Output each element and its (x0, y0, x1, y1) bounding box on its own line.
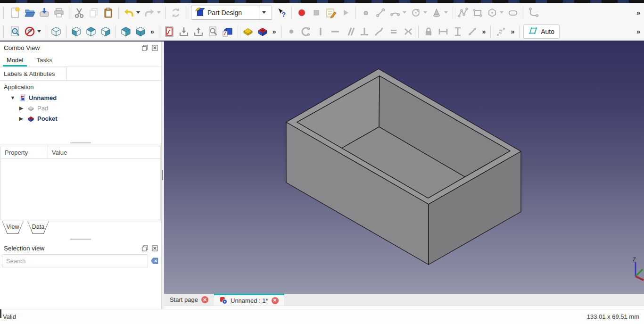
pocket-button[interactable] (256, 25, 270, 39)
rendering-order-auto-button[interactable]: Auto (523, 25, 560, 39)
tree-item-pad[interactable]: ▶ Pad (3, 103, 161, 113)
redo-dropdown[interactable] (157, 11, 161, 14)
constraint-parallel-button[interactable] (343, 25, 357, 39)
undo-button[interactable] (122, 6, 136, 20)
toolbar-handle[interactable] (3, 25, 6, 38)
view-front-button[interactable] (69, 25, 83, 39)
toolbar-overflow-button[interactable]: » (148, 28, 156, 35)
selection-view-list[interactable] (0, 268, 161, 309)
copy-button[interactable] (87, 6, 101, 20)
sketch-polyline-button[interactable] (456, 6, 470, 20)
toolbar-overflow-button[interactable]: » (634, 28, 642, 35)
constraint-symmetric-button[interactable] (401, 25, 415, 39)
sketch-circle-button[interactable] (409, 6, 423, 20)
bspline-tools-button[interactable] (494, 25, 508, 39)
sketch-conic-dropdown[interactable] (444, 11, 448, 14)
close-panel-button[interactable] (151, 44, 158, 51)
sketch-polygon-button[interactable] (485, 6, 499, 20)
workbench-dropdown[interactable] (259, 6, 271, 19)
create-sketch-button[interactable] (162, 25, 176, 39)
tab-view[interactable]: View (2, 221, 24, 234)
open-document-button[interactable] (23, 6, 37, 20)
validate-sketch-button[interactable] (221, 25, 235, 39)
pad-button[interactable] (241, 25, 255, 39)
reorient-sketch-button[interactable] (191, 25, 206, 39)
constraint-coincident-button[interactable] (284, 25, 298, 39)
draw-style-dropdown[interactable] (37, 30, 41, 33)
toolbar-overflow-button[interactable]: » (480, 28, 488, 35)
view-bottom-button[interactable] (133, 25, 148, 39)
sketch-rectangle-button[interactable] (471, 6, 485, 20)
print-button[interactable] (52, 6, 66, 20)
constraint-equal-button[interactable] (387, 25, 401, 39)
draw-style-button[interactable] (23, 25, 37, 39)
tab-close-icon[interactable]: ✕ (201, 296, 208, 303)
constraint-horizontal-button[interactable] (328, 25, 342, 39)
column-value[interactable]: Value (48, 146, 160, 158)
constraint-lock-button[interactable] (421, 25, 436, 39)
view-top-button[interactable] (84, 25, 98, 39)
float-panel-button[interactable] (141, 244, 149, 252)
search-input[interactable] (2, 254, 148, 267)
toolbar-overflow-button[interactable]: » (508, 28, 516, 35)
labels-attributes-label[interactable]: Labels & Attributes (0, 67, 67, 80)
toolbar-handle[interactable] (3, 7, 6, 19)
view-right-button[interactable] (99, 25, 113, 39)
tab-close-icon[interactable]: ✕ (272, 297, 279, 304)
view-sketch-button[interactable] (206, 25, 220, 39)
tree-root-application[interactable]: Application (3, 83, 161, 92)
constraint-tangent-button[interactable] (372, 25, 386, 39)
undo-dropdown[interactable] (136, 11, 140, 14)
float-panel-button[interactable] (141, 44, 149, 51)
tab-start-page[interactable]: Start page ✕ (164, 294, 214, 306)
clear-search-button[interactable] (150, 256, 159, 266)
sketch-line-button[interactable] (373, 6, 388, 20)
constraint-vertical-button[interactable] (314, 25, 328, 39)
close-panel-button[interactable] (151, 244, 158, 252)
toolbar-overflow-button[interactable]: » (270, 28, 278, 35)
box-model[interactable]: Z Y X (164, 42, 644, 294)
sketch-fillet-button[interactable] (526, 6, 540, 20)
toolbar-overflow-button[interactable]: » (634, 9, 642, 17)
sketch-point-button[interactable] (359, 6, 373, 20)
constraint-horizontal-distance-button[interactable] (436, 25, 450, 39)
view-axonometric-button[interactable] (49, 25, 63, 39)
macro-edit-button[interactable] (324, 6, 338, 20)
paste-button[interactable] (101, 6, 116, 20)
sketch-circle-dropdown[interactable] (423, 11, 427, 14)
sketch-polygon-dropdown[interactable] (500, 11, 504, 14)
panel-splitter[interactable] (0, 140, 161, 146)
constraint-vertical-distance-button[interactable] (451, 25, 465, 39)
tree-item-unnamed[interactable]: ▼ Unnamed (3, 92, 161, 103)
fit-all-button[interactable] (8, 25, 22, 39)
sketch-arc-button[interactable] (388, 6, 402, 20)
tab-unnamed-document[interactable]: Unnamed : 1* ✕ (214, 294, 284, 306)
save-document-button[interactable] (37, 6, 51, 20)
workbench-selector[interactable]: Part Design (191, 6, 272, 20)
constraint-distance-button[interactable] (465, 25, 479, 39)
expander-down-icon[interactable]: ▼ (9, 95, 16, 100)
sketch-conic-button[interactable] (429, 6, 444, 20)
expander-right-icon[interactable]: ▶ (18, 105, 25, 111)
property-table-body[interactable] (1, 159, 160, 220)
panel-splitter[interactable] (0, 236, 161, 242)
new-document-button[interactable] (8, 6, 22, 20)
constraint-perpendicular-button[interactable] (357, 25, 372, 39)
redo-button[interactable] (142, 6, 157, 20)
tab-model[interactable]: Model (1, 55, 29, 66)
sketch-arc-dropdown[interactable] (403, 11, 406, 14)
tree-item-pocket[interactable]: ▶ Pocket (3, 113, 161, 124)
column-property[interactable]: Property (1, 146, 48, 158)
sketch-slot-button[interactable] (506, 6, 520, 20)
expander-right-icon[interactable]: ▶ (18, 116, 25, 122)
refresh-button[interactable] (169, 6, 183, 20)
cut-button[interactable] (72, 6, 86, 20)
whats-this-button[interactable]: ? (274, 6, 289, 20)
tab-data[interactable]: Data (27, 221, 49, 234)
view-rear-button[interactable] (119, 25, 133, 39)
macro-play-button[interactable] (339, 6, 353, 20)
3d-viewport[interactable]: Z Y X (164, 42, 644, 294)
constraint-point-on-object-button[interactable] (299, 25, 313, 39)
map-sketch-button[interactable] (177, 25, 191, 39)
tab-tasks[interactable]: Tasks (31, 55, 58, 66)
